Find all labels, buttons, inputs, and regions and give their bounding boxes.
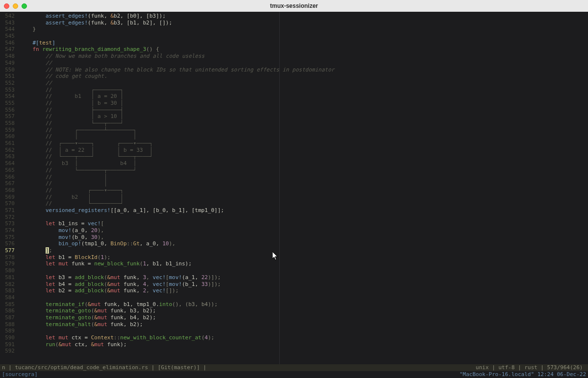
line-content[interactable]: } — [20, 26, 588, 33]
code-line[interactable]: 555 // │ b = 30 │ — [0, 100, 588, 107]
code-line[interactable]: 566 // │ — [0, 174, 588, 181]
code-line[interactable]: 545 — [0, 33, 588, 40]
line-content[interactable]: // b3 │ b4 │ — [20, 160, 588, 167]
line-content[interactable]: // — [20, 80, 588, 87]
code-line[interactable]: 553 // ┌────────┐ — [0, 87, 588, 94]
code-line[interactable]: 548 // Now we make both branches and all… — [0, 53, 588, 60]
code-line[interactable]: 556 // ├────────┤ — [0, 107, 588, 114]
line-content[interactable]: // ┌────────┐ — [20, 87, 588, 94]
code-line[interactable]: 562 // │ a = 22 │ │ b = 33 │ — [0, 147, 588, 154]
line-content[interactable]: let b1 = BlockId(1); — [20, 254, 588, 261]
line-content[interactable]: let mut funk = new_block_funk(1, b1, b1_… — [20, 260, 588, 267]
code-line[interactable]: 581 let b3 = add_block(&mut funk, 3, vec… — [0, 274, 588, 281]
line-content[interactable]: // │ — [20, 174, 588, 181]
line-content[interactable]: // ┌────▾────┐ — [20, 187, 588, 194]
line-content[interactable]: bin_op!(tmp1_0, BinOp::Gt, a_0, 10), — [20, 240, 588, 247]
code-line[interactable]: 563 // └────┬────┘ └────┬────┘ — [0, 153, 588, 160]
code-line[interactable]: 577 ]; — [0, 247, 588, 254]
code-line[interactable]: 587 terminate_goto(&mut funk, b4, b2); — [0, 314, 588, 321]
code-line[interactable]: 542 assert_edges!(funk, &b2, [b0], [b3])… — [0, 13, 588, 20]
code-line[interactable]: 576 bin_op!(tmp1_0, BinOp::Gt, a_0, 10), — [0, 240, 588, 247]
code-line[interactable]: 569 // b2 │ │ — [0, 194, 588, 201]
code-line[interactable]: 543 assert_edges!(funk, &b3, [b1, b2], [… — [0, 20, 588, 26]
code-line[interactable]: 579 let mut funk = new_block_funk(1, b1,… — [0, 260, 588, 267]
code-line[interactable]: 578 let b1 = BlockId(1); — [0, 254, 588, 261]
line-content[interactable]: fn rewriting_branch_diamond_shape_3() { — [20, 46, 588, 53]
tmux-session[interactable]: [sourcegra] — [2, 371, 38, 378]
line-content[interactable]: run(&mut ctx, &mut funk); — [20, 341, 588, 348]
code-line[interactable]: 561 // ┌────▾────┐ ┌────▾────┐ — [0, 140, 588, 147]
line-content[interactable]: // ┌────────┴────────┐ — [20, 127, 588, 134]
line-content[interactable]: // └───┬────┘ — [20, 120, 588, 127]
code-line[interactable]: 547 fn rewriting_branch_diamond_shape_3(… — [0, 46, 588, 53]
code-line[interactable]: 573 let b1_ins = vec![ — [0, 220, 588, 227]
code-line[interactable]: 575 mov!(b_0, 30), — [0, 234, 588, 241]
code-line[interactable]: 567 // │ — [0, 180, 588, 187]
line-content[interactable] — [20, 214, 588, 221]
line-content[interactable]: let b1_ins = vec![ — [20, 220, 588, 227]
line-content[interactable]: // └─────────┘ — [20, 200, 588, 207]
line-content[interactable] — [20, 267, 588, 274]
line-content[interactable]: assert_edges!(funk, &b3, [b1, b2], []); — [20, 20, 588, 26]
line-content[interactable]: assert_edges!(funk, &b2, [b0], [b3]); — [20, 13, 588, 20]
line-content[interactable]: terminate_goto(&mut funk, b4, b2); — [20, 314, 588, 321]
line-content[interactable]: // └────┬────┘ └────┬────┘ — [20, 153, 588, 160]
line-content[interactable] — [20, 348, 588, 354]
line-content[interactable]: #[test] — [20, 40, 588, 47]
code-line[interactable]: 586 terminate_goto(&mut funk, b3, b2); — [0, 307, 588, 314]
code-line[interactable]: 591 run(&mut ctx, &mut funk); — [0, 341, 588, 348]
code-line[interactable]: 592 — [0, 348, 588, 354]
line-content[interactable]: // code get cought. — [20, 73, 588, 80]
line-content[interactable] — [20, 328, 588, 334]
code-line[interactable]: 552 // — [0, 80, 588, 87]
line-content[interactable]: // ├────────┤ — [20, 107, 588, 114]
line-content[interactable]: terminate_halt(&mut funk, b2); — [20, 321, 588, 328]
line-content[interactable]: let b4 = add_block(&mut funk, 4, vec![mo… — [20, 281, 588, 288]
line-content[interactable]: let b2 = add_block(&mut funk, 2, vec![])… — [20, 287, 588, 294]
code-line[interactable]: 549 // — [0, 60, 588, 67]
line-content[interactable]: mov!(b_0, 30), — [20, 234, 588, 241]
line-content[interactable]: ]; — [20, 247, 588, 254]
code-line[interactable]: 554 // b1 │ a = 20 │ — [0, 93, 588, 100]
code-line[interactable]: 558 // └───┬────┘ — [0, 120, 588, 127]
line-content[interactable]: let b3 = add_block(&mut funk, 3, vec![mo… — [20, 274, 588, 281]
line-content[interactable]: mov!(a_0, 20), — [20, 227, 588, 234]
line-content[interactable]: // Now we make both branches and all cod… — [20, 53, 588, 60]
line-content[interactable]: // └────────┬────────┘ — [20, 167, 588, 174]
code-line[interactable]: 585 terminate_if(&mut funk, b1, tmp1_0.i… — [0, 301, 588, 308]
line-content[interactable]: // │ a = 22 │ │ b = 33 │ — [20, 147, 588, 154]
terminal[interactable]: 542 assert_edges!(funk, &b2, [b0], [b3])… — [0, 12, 588, 378]
line-content[interactable]: let mut ctx = Context::new_with_block_co… — [20, 334, 588, 341]
line-content[interactable]: // │ b = 30 │ — [20, 100, 588, 107]
line-content[interactable]: versioned_registers![[a_0, a_1], [b_0, b… — [20, 207, 588, 214]
code-area[interactable]: 542 assert_edges!(funk, &b2, [b0], [b3])… — [0, 13, 588, 358]
line-content[interactable]: // b2 │ │ — [20, 194, 588, 201]
code-line[interactable]: 564 // b3 │ b4 │ — [0, 160, 588, 167]
code-line[interactable]: 589 — [0, 328, 588, 334]
code-line[interactable]: 570 // └─────────┘ — [0, 200, 588, 207]
line-content[interactable]: // ┌────▾────┐ ┌────▾────┐ — [20, 140, 588, 147]
line-content[interactable]: // NOTE: We also change the block IDs so… — [20, 67, 588, 73]
code-line[interactable]: 580 — [0, 267, 588, 274]
line-content[interactable]: terminate_goto(&mut funk, b3, b2); — [20, 307, 588, 314]
code-line[interactable]: 550 // NOTE: We also change the block ID… — [0, 67, 588, 73]
code-line[interactable]: 559 // ┌────────┴────────┐ — [0, 127, 588, 134]
code-line[interactable]: 560 // │ │ — [0, 133, 588, 140]
line-content[interactable]: // │ a > 10 │ — [20, 113, 588, 120]
code-line[interactable]: 568 // ┌────▾────┐ — [0, 187, 588, 194]
line-content[interactable]: // b1 │ a = 20 │ — [20, 93, 588, 100]
line-content[interactable]: // │ │ — [20, 133, 588, 140]
code-line[interactable]: 588 terminate_halt(&mut funk, b2); — [0, 321, 588, 328]
line-content[interactable]: // │ — [20, 180, 588, 187]
code-line[interactable]: 544 } — [0, 26, 588, 33]
code-line[interactable]: 590 let mut ctx = Context::new_with_bloc… — [0, 334, 588, 341]
code-line[interactable]: 574 mov!(a_0, 20), — [0, 227, 588, 234]
code-line[interactable]: 583 let b2 = add_block(&mut funk, 2, vec… — [0, 287, 588, 294]
line-content[interactable] — [20, 294, 588, 301]
line-content[interactable]: terminate_if(&mut funk, b1, tmp1_0.into(… — [20, 301, 588, 308]
code-line[interactable]: 572 — [0, 214, 588, 221]
code-line[interactable]: 582 let b4 = add_block(&mut funk, 4, vec… — [0, 281, 588, 288]
code-line[interactable]: 584 — [0, 294, 588, 301]
line-content[interactable]: // — [20, 60, 588, 67]
code-line[interactable]: 565 // └────────┬────────┘ — [0, 167, 588, 174]
